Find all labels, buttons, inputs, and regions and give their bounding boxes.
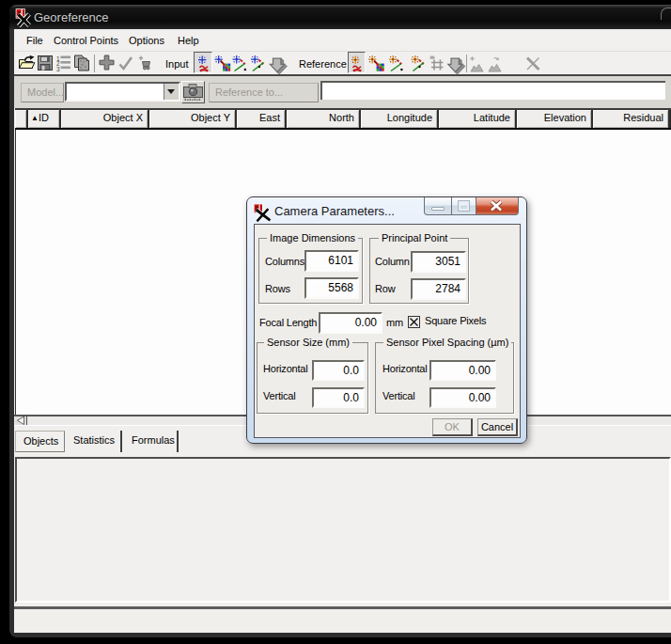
svg-text:3: 3 (56, 66, 60, 72)
